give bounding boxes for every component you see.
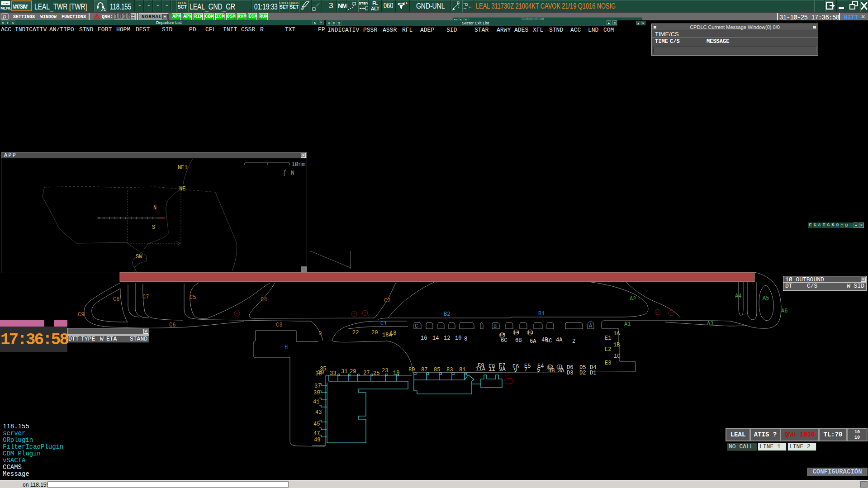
svg-text:14: 14 xyxy=(432,335,439,341)
svg-text:D3: D3 xyxy=(567,370,573,376)
svg-text:4B: 4B xyxy=(541,337,548,343)
svg-text:C2: C2 xyxy=(384,298,390,304)
svg-text:A5: A5 xyxy=(763,295,769,302)
svg-text:16: 16 xyxy=(421,335,427,341)
svg-text:E9: E9 xyxy=(478,363,484,369)
svg-text:25: 25 xyxy=(373,370,379,377)
svg-text:3B: 3B xyxy=(548,368,555,374)
svg-text:81: 81 xyxy=(459,367,465,373)
svg-text:A6: A6 xyxy=(781,308,787,314)
svg-text:N: N xyxy=(291,170,294,176)
svg-text:H2: H2 xyxy=(548,365,553,370)
svg-text:E8: E8 xyxy=(489,364,495,370)
svg-text:85: 85 xyxy=(434,367,440,373)
svg-text:H3: H3 xyxy=(528,330,533,335)
svg-text:A1: A1 xyxy=(624,321,631,327)
svg-text:89: 89 xyxy=(408,367,415,373)
svg-text:9: 9 xyxy=(514,367,517,374)
svg-text:B2: B2 xyxy=(444,311,450,317)
svg-text:19: 19 xyxy=(393,370,399,376)
svg-text:5: 5 xyxy=(537,367,540,374)
svg-text:B: B xyxy=(493,323,497,330)
svg-text:33: 33 xyxy=(330,370,336,377)
svg-text:1Ønm: 1Ønm xyxy=(291,161,305,168)
svg-text:NE: NE xyxy=(179,186,185,192)
svg-text:C3: C3 xyxy=(276,322,282,328)
svg-text:29: 29 xyxy=(350,369,356,375)
svg-text:4A: 4A xyxy=(556,337,563,343)
svg-text:C9: C9 xyxy=(78,312,84,318)
svg-text:C7: C7 xyxy=(142,294,149,300)
svg-text:45: 45 xyxy=(313,421,320,427)
svg-text:E4: E4 xyxy=(537,363,544,370)
svg-text:C8: C8 xyxy=(113,296,119,303)
svg-text:41: 41 xyxy=(313,399,319,405)
svg-text:35: 35 xyxy=(320,366,326,372)
svg-text:S: S xyxy=(152,224,155,231)
svg-text:NE1: NE1 xyxy=(178,165,188,171)
svg-text:23: 23 xyxy=(382,368,388,374)
svg-text:1A: 1A xyxy=(613,331,620,337)
svg-text:H: H xyxy=(285,344,288,351)
svg-text:8: 8 xyxy=(464,336,467,342)
svg-text:C5: C5 xyxy=(190,294,196,301)
svg-text:4C: 4C xyxy=(545,338,552,344)
svg-text:18: 18 xyxy=(390,330,396,336)
svg-text:N: N xyxy=(153,205,157,211)
svg-text:E6: E6 xyxy=(512,364,519,370)
svg-text:E2: E2 xyxy=(605,346,611,353)
svg-text:11A: 11A xyxy=(475,366,485,372)
svg-text:D2: D2 xyxy=(579,370,586,376)
svg-text:H5: H5 xyxy=(500,333,505,338)
svg-text:30: 30 xyxy=(318,370,324,376)
svg-text:43: 43 xyxy=(315,409,322,416)
svg-text:C4: C4 xyxy=(261,297,267,303)
svg-text:7: 7 xyxy=(524,367,527,373)
svg-text:A2: A2 xyxy=(630,296,636,302)
svg-text:E7: E7 xyxy=(499,363,505,369)
svg-text:47: 47 xyxy=(313,431,320,437)
svg-text:11: 11 xyxy=(489,366,495,373)
svg-text:87: 87 xyxy=(421,367,427,373)
svg-text:C: C xyxy=(415,323,418,330)
svg-text:A3: A3 xyxy=(707,321,713,327)
svg-text:20: 20 xyxy=(371,330,378,336)
svg-text:SW: SW xyxy=(136,254,142,260)
svg-text:27: 27 xyxy=(363,370,370,376)
svg-text:31: 31 xyxy=(341,369,347,375)
svg-text:1B: 1B xyxy=(613,342,620,348)
svg-text:37: 37 xyxy=(314,383,321,389)
svg-text:49: 49 xyxy=(314,437,320,443)
svg-text:D5: D5 xyxy=(579,365,586,371)
svg-text:12: 12 xyxy=(444,335,450,341)
svg-text:10: 10 xyxy=(455,335,461,341)
svg-text:H1: H1 xyxy=(557,365,563,370)
svg-text:E1: E1 xyxy=(605,335,611,341)
svg-text:2: 2 xyxy=(572,338,575,345)
svg-text:18A: 18A xyxy=(382,332,392,338)
svg-text:6B: 6B xyxy=(515,337,522,344)
svg-text:6C: 6C xyxy=(501,337,507,344)
svg-text:9A: 9A xyxy=(499,366,506,373)
svg-text:6A: 6A xyxy=(530,338,536,345)
svg-text:83: 83 xyxy=(446,367,453,373)
svg-text:C1: C1 xyxy=(380,321,387,327)
svg-text:D4: D4 xyxy=(590,365,596,371)
svg-text:A: A xyxy=(589,323,593,329)
svg-text:H4: H4 xyxy=(514,330,519,335)
svg-text:22: 22 xyxy=(352,330,359,336)
svg-text:D6: D6 xyxy=(567,365,573,371)
svg-text:39: 39 xyxy=(313,390,320,396)
svg-text:C6: C6 xyxy=(169,322,175,328)
svg-text:38: 38 xyxy=(315,371,322,377)
svg-text:E5: E5 xyxy=(524,363,531,370)
svg-text:E3: E3 xyxy=(605,360,611,366)
svg-text:3A: 3A xyxy=(558,368,564,374)
svg-text:D: D xyxy=(318,331,322,337)
svg-text:D1: D1 xyxy=(590,370,596,376)
svg-text:B1: B1 xyxy=(538,311,545,317)
svg-text:1C: 1C xyxy=(614,353,620,360)
svg-text:A4: A4 xyxy=(735,293,741,299)
